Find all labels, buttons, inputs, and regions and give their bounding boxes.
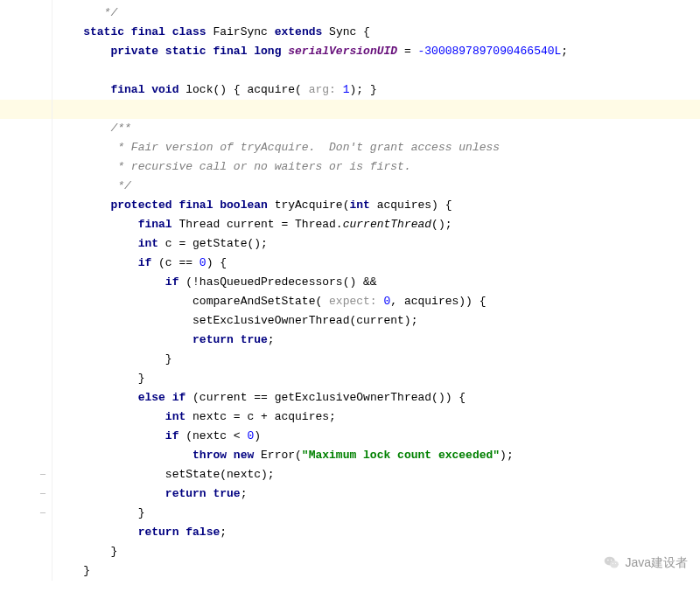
code-line: if (c == 0) { bbox=[0, 254, 700, 273]
code-line: } bbox=[0, 350, 700, 369]
svg-point-4 bbox=[612, 563, 613, 564]
code-line: /** bbox=[0, 119, 700, 138]
code-editor[interactable]: — — — */ static final class FairSync ext… bbox=[0, 0, 700, 581]
code-line: else if (current == getExclusiveOwnerThr… bbox=[0, 388, 700, 408]
code-line: setExclusiveOwnerThread(current); bbox=[0, 311, 700, 331]
code-line: int nextc = c + acquires; bbox=[0, 408, 700, 427]
code-line: final Thread current = Thread.currentThr… bbox=[0, 215, 700, 234]
code-line: } bbox=[0, 561, 700, 581]
fold-handle-icon[interactable]: — bbox=[37, 465, 49, 484]
code-line: return true; bbox=[0, 331, 700, 350]
code-line: * Fair version of tryAcquire. Don't gran… bbox=[0, 138, 700, 157]
svg-point-5 bbox=[615, 563, 616, 564]
watermark: Java建设者 bbox=[604, 553, 688, 572]
code-line: private static final long serialVersionU… bbox=[0, 42, 700, 61]
svg-point-2 bbox=[608, 560, 610, 561]
code-line: throw new Error("Maximum lock count exce… bbox=[0, 446, 700, 465]
fold-handle-icon[interactable]: — bbox=[37, 484, 49, 504]
code-line: return true; bbox=[0, 484, 700, 504]
code-line: */ bbox=[0, 177, 700, 196]
fold-handle-icon[interactable]: — bbox=[37, 504, 49, 523]
svg-point-3 bbox=[611, 560, 612, 561]
code-line: } bbox=[0, 369, 700, 388]
code-line: */ bbox=[0, 3, 700, 23]
code-line bbox=[0, 61, 700, 80]
code-line: final void lock() { acquire( arg: 1); } bbox=[0, 80, 700, 100]
code-line: if (!hasQueuedPredecessors() && bbox=[0, 273, 700, 292]
code-line: int c = getState(); bbox=[0, 234, 700, 254]
code-line: protected final boolean tryAcquire(int a… bbox=[0, 196, 700, 215]
wechat-icon bbox=[604, 554, 620, 570]
code-line-highlighted bbox=[0, 100, 700, 119]
code-line: } bbox=[0, 504, 700, 523]
code-line: if (nextc < 0) bbox=[0, 427, 700, 446]
code-line: * recursive call or no waiters or is fir… bbox=[0, 157, 700, 177]
code-line: static final class FairSync extends Sync… bbox=[0, 23, 700, 42]
code-line: } bbox=[0, 542, 700, 561]
gutter: — — — bbox=[0, 0, 52, 581]
code-line: setState(nextc); bbox=[0, 465, 700, 484]
code-line: return false; bbox=[0, 523, 700, 542]
svg-point-1 bbox=[611, 561, 620, 568]
watermark-text: Java建设者 bbox=[625, 553, 688, 572]
code-line: compareAndSetState( expect: 0, acquires)… bbox=[0, 292, 700, 311]
